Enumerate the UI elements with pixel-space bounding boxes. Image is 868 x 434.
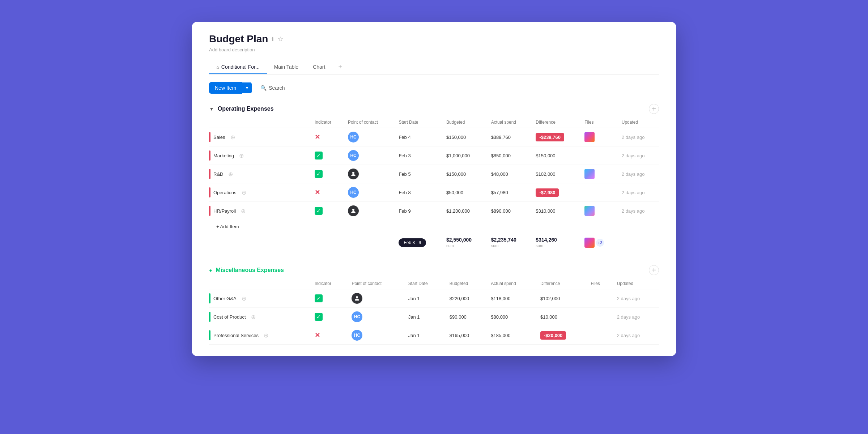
toolbar: New Item ▾ 🔍 Search xyxy=(192,75,676,99)
file-thumbnail xyxy=(584,206,595,216)
files-cell xyxy=(580,128,617,146)
actual-spend-cell: $890,000 xyxy=(487,202,532,220)
row-name-cell: R&D ⊕ xyxy=(209,165,310,183)
add-item-cell[interactable]: + Add Item xyxy=(209,220,659,233)
row-name: Cost of Product xyxy=(213,314,246,320)
indicator-check: ✓ xyxy=(315,152,323,159)
avatar: HC xyxy=(348,187,359,198)
tab-main-table[interactable]: Main Table xyxy=(267,60,306,74)
misc-add-column-button[interactable]: + xyxy=(649,265,659,275)
summary-actual-label: sum xyxy=(491,243,499,248)
diff-value: $150,000 xyxy=(536,153,555,158)
row-add-icon[interactable]: ⊕ xyxy=(251,314,256,320)
poc-cell xyxy=(347,289,404,308)
diff-value: $102,000 xyxy=(536,171,555,177)
board-description[interactable]: Add board description xyxy=(209,47,659,52)
row-color-bar xyxy=(209,169,210,179)
actual-spend-cell: $850,000 xyxy=(487,146,532,165)
diff-badge-negative: -$7,980 xyxy=(536,188,559,197)
budgeted-cell: $1,000,000 xyxy=(442,146,487,165)
row-name: HR/Payroll xyxy=(213,208,236,214)
row-add-icon[interactable]: ⊕ xyxy=(239,152,244,159)
row-name-cell: Professional Services ⊕ xyxy=(209,326,310,345)
files-cell xyxy=(580,183,617,202)
table-row: HR/Payroll ⊕ ✓ Feb 9 $1,200,000 $890,000… xyxy=(209,202,659,220)
start-date-cell: Feb 4 xyxy=(394,128,442,146)
avatar xyxy=(348,205,359,216)
indicator-cell: ✓ xyxy=(310,146,344,165)
misc-group-toggle-icon[interactable]: ● xyxy=(209,267,212,273)
add-column-button[interactable]: + xyxy=(649,104,659,114)
tab-add[interactable]: + xyxy=(332,60,348,75)
summary-diff-label: sum xyxy=(536,243,543,248)
files-cell xyxy=(580,146,617,165)
start-date-cell: Feb 3 xyxy=(394,146,442,165)
avatar: HC xyxy=(348,150,359,161)
table-row: Cost of Product ⊕ ✓ HC Jan 1 $90,000 $80… xyxy=(209,308,659,326)
poc-cell: HC xyxy=(344,183,394,202)
operating-expenses-title: Operating Expenses xyxy=(218,106,274,112)
start-date-cell: Feb 9 xyxy=(394,202,442,220)
group-toggle-icon[interactable]: ▼ xyxy=(209,106,214,112)
info-icon[interactable]: ℹ xyxy=(272,36,274,43)
indicator-check: ✓ xyxy=(315,170,323,178)
poc-cell xyxy=(344,165,394,183)
row-color-bar xyxy=(209,132,210,142)
diff-value: $310,000 xyxy=(536,208,555,214)
summary-budgeted-cell: $2,550,000 sum xyxy=(442,233,487,252)
row-add-icon[interactable]: ⊕ xyxy=(242,295,246,302)
add-item-row[interactable]: + Add Item xyxy=(209,220,659,233)
difference-cell: $102,000 xyxy=(531,165,580,183)
new-item-button[interactable]: New Item ▾ xyxy=(209,82,252,94)
files-cell xyxy=(587,289,613,308)
actual-spend-cell: $185,000 xyxy=(486,326,536,345)
summary-poc-cell xyxy=(344,233,394,252)
search-button[interactable]: 🔍 Search xyxy=(256,82,289,94)
new-item-dropdown-button[interactable]: ▾ xyxy=(242,82,252,93)
updated-cell: 2 days ago xyxy=(617,128,659,146)
misc-expenses-group-header: ● Miscellaneous Expenses + xyxy=(209,261,659,278)
updated-cell: 2 days ago xyxy=(617,165,659,183)
tab-conditional[interactable]: ⌂ Conditional For... xyxy=(209,60,267,74)
row-add-icon[interactable]: ⊕ xyxy=(242,189,246,196)
poc-cell xyxy=(344,202,394,220)
star-icon[interactable]: ☆ xyxy=(277,35,283,43)
tab-chart[interactable]: Chart xyxy=(306,60,332,74)
new-item-main-button[interactable]: New Item xyxy=(209,82,242,94)
updated-cell: 2 days ago xyxy=(617,202,659,220)
files-cell xyxy=(580,165,617,183)
row-name: R&D xyxy=(213,171,223,177)
add-item-label: + Add Item xyxy=(209,224,239,229)
misc-col-start-date: Start Date xyxy=(404,278,445,289)
row-name: Other G&A xyxy=(213,296,237,301)
files-cell xyxy=(587,308,613,326)
misc-col-poc: Point of contact xyxy=(347,278,404,289)
row-add-icon[interactable]: ⊕ xyxy=(264,332,268,339)
difference-cell: $102,000 xyxy=(536,289,587,308)
svg-point-1 xyxy=(352,209,354,211)
file-count-badge: +2 xyxy=(596,239,604,247)
actual-spend-cell: $48,000 xyxy=(487,165,532,183)
summary-indicator-cell xyxy=(310,233,344,252)
summary-diff-amount: $314,260 xyxy=(536,237,576,243)
avatar xyxy=(348,169,359,179)
misc-expenses-table: Indicator Point of contact Start Date Bu… xyxy=(209,278,659,345)
summary-diff-cell: $314,260 sum xyxy=(531,233,580,252)
tab-chart-label: Chart xyxy=(313,64,325,70)
indicator-cell: ✓ xyxy=(310,289,347,308)
difference-cell: -$7,980 xyxy=(531,183,580,202)
budgeted-cell: $1,200,000 xyxy=(442,202,487,220)
table-row: R&D ⊕ ✓ Feb 5 $150,000 $48,000 $102,000 … xyxy=(209,165,659,183)
row-add-icon[interactable]: ⊕ xyxy=(230,134,235,141)
summary-actual-cell: $2,235,740 sum xyxy=(487,233,532,252)
difference-cell: $310,000 xyxy=(531,202,580,220)
row-add-icon[interactable]: ⊕ xyxy=(241,208,246,214)
row-add-icon[interactable]: ⊕ xyxy=(228,171,233,178)
home-icon: ⌂ xyxy=(216,64,219,70)
row-name-cell: Other G&A ⊕ xyxy=(209,289,310,308)
col-actual-spend: Actual spend xyxy=(487,117,532,128)
row-color-bar xyxy=(209,187,210,197)
title-row: Budget Plan ℹ ☆ xyxy=(209,33,659,45)
poc-cell: HC xyxy=(344,146,394,165)
poc-cell: HC xyxy=(347,308,404,326)
